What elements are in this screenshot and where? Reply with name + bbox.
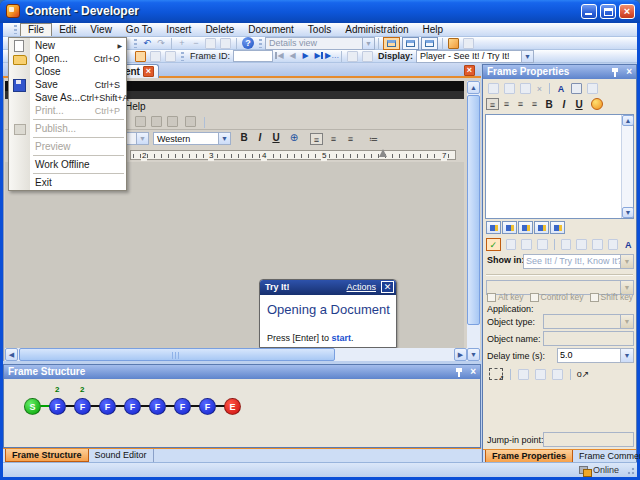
file-menu-item-work-offline[interactable]: Work Offline bbox=[9, 158, 126, 171]
view-single-button[interactable] bbox=[383, 37, 400, 50]
tab-frame-structure[interactable]: Frame Structure bbox=[5, 449, 89, 462]
frame-node-f-6[interactable]: F bbox=[174, 398, 191, 415]
rectangle-tool-icon[interactable] bbox=[518, 369, 529, 380]
rotate-tool-icon[interactable] bbox=[552, 369, 563, 380]
scroll-down-icon[interactable]: ▼ bbox=[622, 207, 634, 218]
frame-node-s-0[interactable]: S bbox=[24, 398, 41, 415]
resize-grip[interactable] bbox=[625, 465, 635, 475]
font-color-icon[interactable]: A bbox=[554, 83, 568, 95]
align-left-icon[interactable]: ≡ bbox=[486, 98, 499, 110]
close-icon[interactable]: × bbox=[626, 66, 632, 77]
bold-icon[interactable]: B bbox=[542, 99, 556, 110]
delete-icon[interactable]: × bbox=[534, 83, 545, 95]
copy-icon[interactable] bbox=[504, 83, 515, 94]
go-to-frame-icon[interactable]: ▶… bbox=[325, 50, 338, 62]
find-next-icon[interactable] bbox=[220, 38, 231, 49]
pin-icon[interactable] bbox=[611, 68, 619, 77]
menu-delete[interactable]: Delete bbox=[198, 23, 241, 36]
display-combo[interactable]: Player - See It! / Try It! ▼ bbox=[416, 50, 534, 63]
font-combo[interactable]: Western ▼ bbox=[153, 132, 231, 145]
tabbar-close-button[interactable]: × bbox=[464, 65, 475, 76]
tryit-close-button[interactable]: ✕ bbox=[381, 281, 394, 293]
align-left-icon[interactable]: ≡ bbox=[310, 133, 323, 145]
file-menu-item-print[interactable]: Print...Ctrl+P bbox=[9, 104, 126, 117]
maximize-button[interactable] bbox=[600, 4, 616, 19]
menu-administration[interactable]: Administration bbox=[338, 23, 415, 36]
close-button[interactable]: × bbox=[619, 4, 635, 19]
bullet-list-icon[interactable]: ≔ bbox=[367, 133, 380, 145]
menu-go-to[interactable]: Go To bbox=[119, 23, 160, 36]
object-name-field[interactable] bbox=[543, 331, 634, 346]
highlight-tool-icon[interactable] bbox=[535, 369, 546, 380]
find-icon[interactable] bbox=[205, 38, 216, 49]
mode-see-it-icon[interactable] bbox=[486, 221, 501, 234]
align-right-icon[interactable]: ≡ bbox=[344, 133, 357, 145]
undo-icon[interactable] bbox=[167, 116, 178, 127]
align-center-icon[interactable]: ≡ bbox=[500, 98, 513, 110]
file-menu-item-open[interactable]: Open...Ctrl+O bbox=[9, 52, 126, 65]
menu-edit[interactable]: Edit bbox=[52, 23, 83, 36]
fill-icon[interactable] bbox=[537, 239, 548, 250]
checkbox-control-key[interactable]: Control key bbox=[530, 292, 584, 302]
zoom-in-icon[interactable]: + bbox=[175, 37, 189, 49]
file-menu-item-save[interactable]: SaveCtrl+S bbox=[9, 78, 126, 91]
scroll-up-icon[interactable]: ▲ bbox=[622, 115, 634, 126]
frame-node-f-2[interactable]: F bbox=[74, 398, 91, 415]
frame-node-f-3[interactable]: F bbox=[99, 398, 116, 415]
scroll-left-icon[interactable]: ◀ bbox=[5, 348, 18, 361]
tryit-start-link[interactable]: start bbox=[332, 333, 352, 343]
menu-file[interactable]: File bbox=[20, 23, 52, 36]
close-icon[interactable]: × bbox=[470, 366, 476, 377]
import-icon[interactable] bbox=[608, 239, 619, 250]
underline-icon[interactable]: U bbox=[269, 132, 283, 143]
selection-tool-icon[interactable] bbox=[489, 368, 503, 380]
list-icon[interactable] bbox=[506, 239, 517, 250]
tab-close-button[interactable]: × bbox=[143, 66, 154, 77]
file-menu-item-save-as[interactable]: Save As...Ctrl+Shift+A bbox=[9, 91, 126, 104]
text-frame-icon[interactable] bbox=[571, 83, 582, 94]
align-center-icon[interactable]: ≡ bbox=[327, 133, 340, 145]
scroll-down-icon[interactable]: ▼ bbox=[467, 348, 480, 361]
zoom-out-icon[interactable]: − bbox=[189, 37, 203, 49]
delay-combo[interactable]: 5.0 ▼ bbox=[557, 348, 634, 363]
file-menu-item-exit[interactable]: Exit bbox=[9, 176, 126, 189]
mode-do-it-icon[interactable] bbox=[534, 221, 549, 234]
frame-paste-icon[interactable] bbox=[165, 51, 176, 62]
underline-icon[interactable]: U bbox=[572, 99, 586, 110]
mode-print-it-icon[interactable] bbox=[550, 221, 565, 234]
frame-mode-icon[interactable] bbox=[135, 51, 146, 62]
toolbar-grip[interactable] bbox=[134, 39, 137, 48]
mode-try-it-icon[interactable] bbox=[502, 221, 517, 234]
italic-icon[interactable]: I bbox=[253, 132, 267, 143]
checkbox-shift-key[interactable]: Shift key bbox=[590, 292, 634, 302]
scroll-right-icon[interactable]: ▶ bbox=[454, 348, 467, 361]
pin-icon[interactable] bbox=[455, 368, 463, 377]
first-frame-icon[interactable]: ◀ bbox=[273, 50, 286, 62]
refresh-icon[interactable] bbox=[463, 38, 474, 49]
properties-icon[interactable] bbox=[448, 38, 459, 49]
link-icon[interactable] bbox=[347, 51, 358, 62]
folder-icon[interactable] bbox=[521, 239, 532, 250]
redo-icon[interactable]: ↷ bbox=[154, 37, 168, 49]
view-split-vertical-button[interactable] bbox=[421, 37, 438, 50]
page-icon[interactable] bbox=[592, 239, 603, 250]
object-type-combo[interactable]: ▼ bbox=[543, 314, 634, 329]
align-justify-icon[interactable]: ≡ bbox=[528, 98, 541, 110]
horizontal-scroll-thumb[interactable] bbox=[19, 348, 335, 361]
frame-node-f-7[interactable]: F bbox=[199, 398, 216, 415]
insert-object-icon[interactable] bbox=[185, 116, 196, 127]
view-split-horizontal-button[interactable] bbox=[402, 37, 419, 50]
paste-special-icon[interactable] bbox=[151, 116, 162, 127]
tab-sound-editor[interactable]: Sound Editor bbox=[89, 449, 154, 462]
jump-tool-icon[interactable]: o↗ bbox=[576, 369, 590, 379]
paste-icon[interactable] bbox=[135, 116, 146, 127]
frame-id-input[interactable] bbox=[233, 50, 273, 62]
help-icon[interactable]: ? bbox=[242, 37, 254, 49]
copy-pages-icon[interactable] bbox=[561, 239, 572, 250]
format-painter-icon[interactable] bbox=[587, 83, 598, 94]
horizontal-scrollbar[interactable]: ◀ ▶ bbox=[5, 348, 467, 361]
cut-icon[interactable] bbox=[488, 83, 499, 94]
details-view-combo[interactable]: Details view ▼ bbox=[265, 37, 375, 50]
frame-node-f-1[interactable]: F bbox=[49, 398, 66, 415]
vertical-scrollbar[interactable]: ▲ ▼ bbox=[467, 81, 480, 361]
